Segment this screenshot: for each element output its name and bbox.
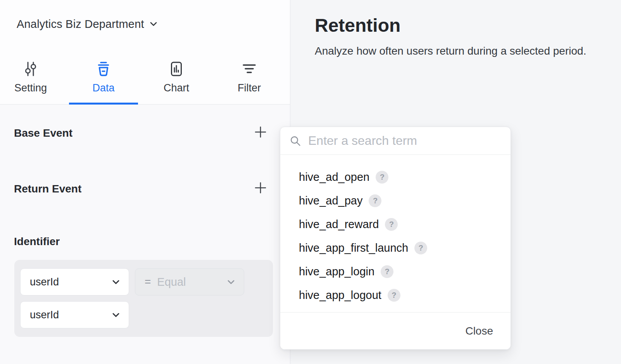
plus-icon [254, 182, 267, 194]
sliders-icon [22, 59, 40, 79]
event-name: hive_app_first_launch [299, 242, 408, 254]
plus-icon [254, 126, 267, 138]
event-name: hive_app_logout [299, 289, 381, 302]
add-return-event-button[interactable] [254, 181, 267, 194]
identifier-field-2-value: userId [30, 309, 111, 321]
active-tab-indicator [69, 103, 138, 105]
event-picker-footer: Close [280, 312, 511, 349]
event-help-badge[interactable]: ? [369, 194, 381, 207]
identifier-settings-box: userId = Equal userId [14, 260, 273, 337]
workspace-selector[interactable]: Analytics Biz Department [17, 17, 158, 31]
event-list-item[interactable]: hive_app_first_launch? [280, 236, 511, 260]
add-base-event-button[interactable] [254, 125, 267, 139]
event-search-input[interactable] [308, 134, 501, 148]
tab-filter-label: Filter [238, 82, 261, 94]
filter-lines-icon [240, 59, 258, 79]
chevron-down-icon [111, 277, 121, 287]
event-search-row [280, 127, 511, 155]
event-list: hive_ad_open?hive_ad_pay?hive_ad_reward?… [280, 155, 511, 313]
config-panel: Analytics Biz Department Setting [0, 0, 290, 364]
event-help-badge[interactable]: ? [388, 289, 400, 302]
retention-analytics-screen: Analytics Biz Department Setting [0, 0, 621, 364]
event-help-badge[interactable]: ? [381, 265, 393, 278]
tab-data[interactable]: Data [69, 59, 138, 99]
chevron-down-icon [226, 277, 236, 287]
tab-setting[interactable]: Setting [0, 59, 65, 99]
close-button[interactable]: Close [465, 325, 493, 337]
event-list-item[interactable]: hive_app_logout? [280, 283, 511, 307]
chevron-down-icon [111, 310, 121, 320]
tab-setting-label: Setting [14, 82, 47, 94]
event-picker-popup: hive_ad_open?hive_ad_pay?hive_ad_reward?… [280, 127, 511, 350]
identifier-field-select-2[interactable]: userId [20, 301, 129, 328]
event-name: hive_app_login [299, 265, 374, 278]
event-list-item[interactable]: hive_app_login? [280, 260, 511, 283]
identifier-field-select-1[interactable]: userId [20, 268, 129, 295]
tab-chart[interactable]: Chart [142, 59, 211, 99]
event-help-badge[interactable]: ? [414, 242, 427, 254]
tab-chart-label: Chart [164, 82, 189, 94]
chevron-down-icon [149, 19, 158, 29]
return-event-label: Return Event [14, 183, 81, 195]
tab-data-label: Data [92, 82, 114, 94]
event-name: hive_ad_pay [299, 194, 362, 207]
event-list-item[interactable]: hive_ad_open? [280, 165, 511, 189]
workspace-name: Analytics Biz Department [17, 18, 144, 31]
event-name: hive_ad_open [299, 171, 369, 184]
page-title: Retention [315, 15, 400, 36]
identifier-operator-select: = Equal [135, 268, 244, 295]
event-list-item[interactable]: hive_ad_pay? [280, 189, 511, 213]
base-event-label: Base Event [14, 127, 72, 139]
event-help-badge[interactable]: ? [385, 218, 398, 231]
data-bucket-icon [95, 59, 112, 79]
page-subtitle: Analyze how often users return during a … [315, 45, 586, 57]
identifier-field-1-value: userId [30, 276, 111, 288]
bar-chart-icon [167, 59, 185, 79]
event-list-item[interactable]: hive_ad_reward? [280, 213, 511, 236]
equals-sign: = [145, 276, 151, 288]
identifier-label: Identifier [14, 235, 60, 248]
search-icon [290, 135, 301, 147]
identifier-operator-value: Equal [157, 276, 226, 288]
tab-filter[interactable]: Filter [215, 59, 284, 99]
event-name: hive_ad_reward [299, 218, 379, 231]
event-help-badge[interactable]: ? [376, 171, 388, 184]
